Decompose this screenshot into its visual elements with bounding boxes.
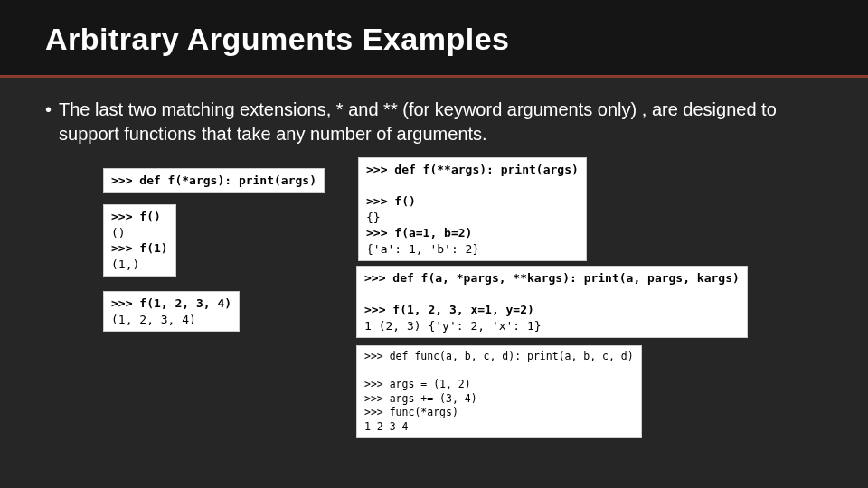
code-line: >>> def func(a, b, c, d): print(a, b, c,… <box>364 350 634 362</box>
code-line: >>> def f(**args): print(args) <box>366 163 579 176</box>
code-line: 1 (2, 3) {'y': 2, 'x': 1} <box>364 319 542 333</box>
code-line: >>> def f(a, *pargs, **kargs): print(a, … <box>364 271 740 285</box>
code-line: >>> args = (1, 2) <box>364 378 471 390</box>
code-line: >>> def f(*args): print(args) <box>111 174 316 187</box>
code-snippet-args-def: >>> def f(*args): print(args) <box>103 168 325 193</box>
bullet-text: The last two matching extensions, * and … <box>59 98 787 146</box>
bullet-dot-icon: • <box>45 98 52 146</box>
code-line: >>> f(1, 2, 3, 4) <box>111 296 231 310</box>
code-snippet-kwargs: >>> def f(**args): print(args) >>> f() {… <box>358 157 587 261</box>
code-line: >>> f(1) <box>111 241 168 255</box>
code-line: () <box>111 226 126 239</box>
code-line: 1 2 3 4 <box>364 420 408 433</box>
title-bar: Arbitrary Arguments Examples <box>0 0 868 78</box>
code-snippet-args-calls: >>> f() () >>> f(1) (1,) <box>103 204 176 277</box>
code-line: >>> f() <box>366 194 416 208</box>
code-region: >>> def f(*args): print(args) >>> f() ()… <box>45 157 823 446</box>
code-snippet-mixed: >>> def f(a, *pargs, **kargs): print(a, … <box>356 266 748 338</box>
code-line: >>> f() <box>111 210 161 223</box>
content-area: • The last two matching extensions, * an… <box>0 78 868 446</box>
code-line: >>> f(1, 2, 3, x=1, y=2) <box>364 303 534 316</box>
code-line: >>> func(*args) <box>364 406 458 418</box>
code-line: {'a': 1, 'b': 2} <box>366 242 479 256</box>
slide-title: Arbitrary Arguments Examples <box>45 22 823 57</box>
code-line: {} <box>366 211 381 224</box>
code-line: >>> f(a=1, b=2) <box>366 226 472 239</box>
code-line: (1,) <box>111 258 139 271</box>
code-line: (1, 2, 3, 4) <box>111 313 196 326</box>
bullet-item: • The last two matching extensions, * an… <box>45 98 787 146</box>
code-snippet-args-multi: >>> f(1, 2, 3, 4) (1, 2, 3, 4) <box>103 291 240 332</box>
code-snippet-unpack: >>> def func(a, b, c, d): print(a, b, c,… <box>356 345 642 438</box>
code-line: >>> args += (3, 4) <box>364 392 477 405</box>
